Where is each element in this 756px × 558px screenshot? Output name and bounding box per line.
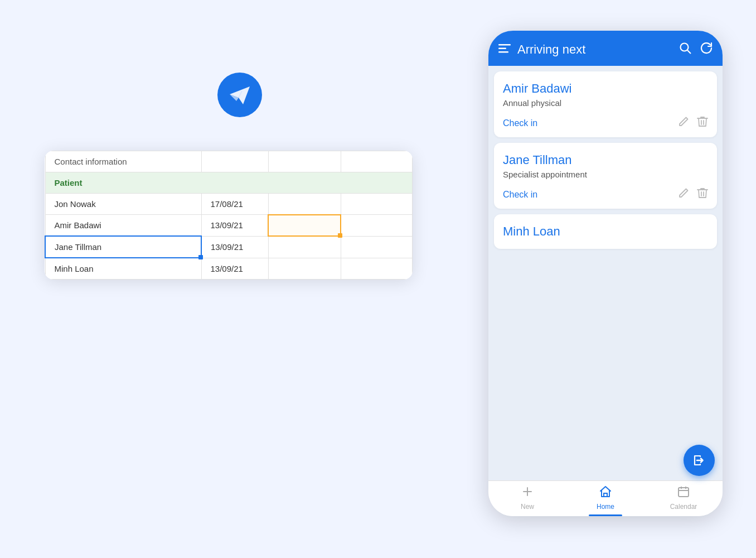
svg-rect-14	[604, 493, 607, 497]
header-right	[679, 42, 713, 57]
header-col-4	[341, 151, 413, 172]
patient-card-amir: Amir Badawi Annual physical Check in	[494, 71, 717, 137]
delete-icon-jane[interactable]	[697, 187, 708, 202]
patient-name-minh: Minh Loan	[503, 224, 708, 239]
svg-rect-5	[498, 51, 508, 53]
patient-list: Amir Badawi Annual physical Check in	[488, 66, 723, 480]
delete-icon-amir[interactable]	[697, 116, 708, 131]
phone-inner: Arriving next	[488, 31, 723, 516]
cell-orange-highlight	[268, 215, 341, 237]
patient-name-cell: Jon Nowak	[45, 194, 201, 215]
patient-name-jane: Jane Tillman	[503, 153, 708, 167]
action-icons-jane	[678, 187, 708, 202]
nav-item-new[interactable]: New	[508, 485, 547, 511]
patient-extra-cell	[341, 194, 413, 215]
nav-active-indicator	[589, 514, 622, 516]
svg-point-6	[681, 44, 689, 51]
table-row: Jane Tillman 13/09/21	[45, 236, 413, 258]
nav-item-home[interactable]: Home	[586, 485, 625, 511]
patient-appointment-amir: Annual physical	[503, 98, 708, 108]
patient-name-amir: Amir Badawi	[503, 81, 708, 96]
bottom-nav: New Home	[488, 480, 723, 516]
patient-date-cell: 13/09/21	[201, 236, 268, 258]
cell-blue-highlight: Jane Tillman	[45, 236, 201, 258]
patient-card-minh: Minh Loan	[494, 214, 717, 249]
spreadsheet-table: Contact information Patient Jon Nowak 17…	[45, 151, 413, 280]
spreadsheet-card: Contact information Patient Jon Nowak 17…	[45, 151, 413, 280]
header-col-2	[201, 151, 268, 172]
nav-item-calendar[interactable]: Calendar	[664, 485, 703, 511]
patient-name-cell: Amir Badawi	[45, 215, 201, 237]
patient-empty-cell	[268, 258, 341, 280]
patient-card-jane: Jane Tillman Specialist appointment Chec…	[494, 143, 717, 209]
patient-card-actions-amir: Check in	[503, 116, 708, 131]
patient-date-cell: 13/09/21	[201, 258, 268, 280]
check-in-button-amir[interactable]: Check in	[503, 118, 537, 128]
patient-empty-cell	[268, 194, 341, 215]
patient-label: Patient	[45, 172, 413, 194]
patient-appointment-jane: Specialist appointment	[503, 170, 708, 179]
cell-handle-orange	[338, 233, 342, 238]
svg-rect-4	[498, 48, 506, 50]
patient-date-cell: 17/08/21	[201, 194, 268, 215]
app-logo-container	[217, 73, 262, 117]
spreadsheet-header-row: Contact information	[45, 151, 413, 172]
header-left: Arriving next	[498, 42, 585, 57]
mobile-phone-container: Arriving next	[488, 31, 723, 516]
fab-signin-icon	[691, 453, 707, 468]
phone-shell: Arriving next	[488, 31, 723, 516]
patient-name-cell: Minh Loan	[45, 258, 201, 280]
nav-new-label: New	[521, 503, 534, 511]
svg-line-7	[687, 50, 691, 54]
patient-empty-cell	[268, 236, 341, 258]
header-col-3	[268, 151, 341, 172]
fab-button[interactable]	[684, 445, 715, 476]
nav-home-icon	[599, 485, 612, 501]
app-header: Arriving next	[488, 31, 723, 66]
svg-rect-3	[498, 44, 511, 46]
patient-extra-cell	[341, 258, 413, 280]
nav-home-label: Home	[597, 503, 614, 511]
table-row: Amir Badawi 13/09/21	[45, 215, 413, 237]
nav-calendar-icon	[677, 485, 690, 501]
patient-card-actions-jane: Check in	[503, 187, 708, 202]
svg-rect-15	[679, 488, 689, 497]
nav-new-icon	[521, 485, 534, 501]
edit-icon-jane[interactable]	[678, 187, 689, 201]
header-col-contact: Contact information	[45, 151, 201, 172]
cell-handle-blue	[198, 255, 203, 259]
search-icon[interactable]	[679, 42, 691, 57]
patient-section-header: Patient	[45, 172, 413, 194]
refresh-icon[interactable]	[700, 42, 713, 57]
app-header-title: Arriving next	[517, 42, 585, 57]
patient-extra-cell	[341, 215, 413, 237]
paper-plane-circle	[217, 73, 262, 117]
action-icons-amir	[678, 116, 708, 131]
table-row: Minh Loan 13/09/21	[45, 258, 413, 280]
check-in-button-jane[interactable]: Check in	[503, 190, 537, 200]
patient-extra-cell	[341, 236, 413, 258]
menu-icon[interactable]	[498, 43, 511, 56]
table-row: Jon Nowak 17/08/21	[45, 194, 413, 215]
nav-calendar-label: Calendar	[670, 503, 697, 511]
patient-date-cell: 13/09/21	[201, 215, 268, 237]
paper-plane-icon	[229, 84, 251, 105]
edit-icon-amir[interactable]	[678, 116, 689, 130]
